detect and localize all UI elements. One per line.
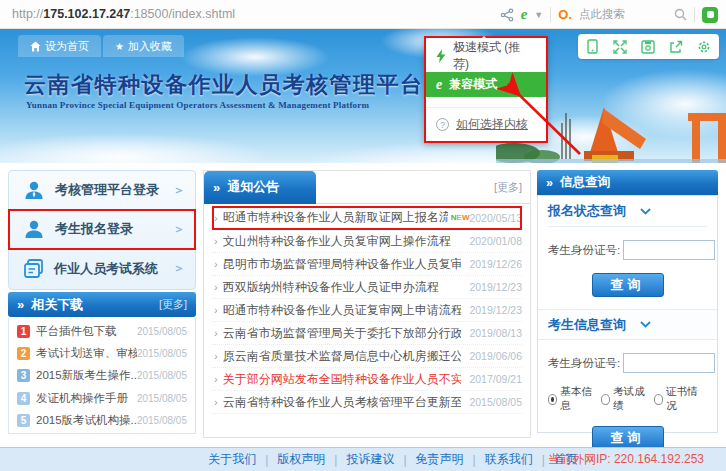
mode-dropdown-chevron-icon[interactable]: ▼: [534, 10, 543, 20]
notice-item[interactable]: › 西双版纳州特种设备作业人员证申办流程 2019/12/23: [212, 276, 522, 299]
rank-badge: 2: [17, 347, 30, 360]
notice-item-label: 昭通市特种设备作业人员证复审网上申请流程及相...: [223, 302, 461, 319]
footer-link-separator: |: [334, 453, 337, 467]
gear-icon[interactable]: [697, 40, 711, 54]
tab-notices[interactable]: » 通知公告: [204, 171, 316, 204]
download-item-label: 发证机构操作手册: [36, 391, 128, 406]
page-footer: 关于我们 | 版权声明 | 投诉建议 | 免责声明 | 联系我们 | 首页 | …: [0, 447, 726, 471]
notice-item-label: 昭通市特种设备作业人员新取证网上报名流程: [223, 209, 448, 226]
rank-badge: 3: [17, 369, 30, 382]
downloads-list: 1 平台插件包下载 2015/08/05 2 考试计划送审、审核 ... 201…: [8, 318, 196, 434]
download-item[interactable]: 5 2015版考试机构操... 2015/08/05: [17, 410, 187, 432]
bullet-icon: ›: [214, 373, 218, 385]
notice-item[interactable]: › 关于部分网站发布全国特种设备作业人员不实信息... 2017/09/21: [212, 368, 522, 391]
downloads-more-link[interactable]: [更多]: [159, 297, 187, 312]
menu-item-compat-mode[interactable]: e 兼容模式: [426, 72, 546, 97]
notice-item[interactable]: › 昆明市市场监督管理局特种设备作业人员复审流程... 2019/12/26: [212, 253, 522, 276]
toolbar-search-input[interactable]: 点此搜索: [579, 7, 667, 22]
download-item[interactable]: 4 发证机构操作手册 2015/08/05: [17, 387, 187, 409]
registration-status-section-header[interactable]: 报名状态查询: [548, 196, 707, 227]
mobile-icon[interactable]: [586, 39, 599, 54]
candidate-info-section-header[interactable]: 考生信息查询: [538, 309, 717, 340]
sidebar-item-operator-exam-system[interactable]: 作业人员考试系统 ＞: [9, 249, 195, 288]
menu-notch: [478, 30, 490, 42]
notice-item-date: 2019/06/06: [469, 350, 522, 362]
bullet-icon: ›: [214, 235, 218, 247]
notice-item-label: 文山州特种设备作业人员复审网上操作流程: [223, 233, 451, 250]
notice-item-label: 昆明市市场监督管理局特种设备作业人员复审流程...: [223, 256, 461, 273]
browser-mode-menu: 极速模式 (推荐) e 兼容模式 ? 如何选择内核: [424, 36, 548, 143]
url-prefix: http://: [12, 7, 43, 21]
download-item[interactable]: 2 考试计划送审、审核 ... 2015/08/05: [17, 342, 187, 364]
footer-link[interactable]: 关于我们: [208, 451, 256, 468]
browser-page-tools: [578, 34, 719, 59]
notice-item-date: 2019/12/23: [469, 281, 522, 293]
notice-item[interactable]: › 云南省市场监督管理局关于委托下放部分行政许可... 2019/08/13: [212, 322, 522, 345]
share-icon[interactable]: [500, 8, 514, 22]
set-home-button[interactable]: 设为首页: [18, 35, 101, 57]
browser-logo-icon[interactable]: [702, 7, 718, 23]
ie-mode-icon[interactable]: e: [521, 7, 528, 22]
notice-item-date: 2019/12/23: [469, 304, 522, 316]
footer-link[interactable]: 投诉建议: [346, 451, 394, 468]
sidebar-item-assessment-platform-login[interactable]: 考核管理平台登录 ＞: [9, 171, 195, 210]
download-item-date: 2015/08/05: [137, 393, 187, 404]
home-icon: [30, 41, 41, 52]
login-menu: 考核管理平台登录 ＞ 考生报名登录 ＞ 作业人员考试系统 ＞: [8, 170, 196, 290]
chevron-right-icon: ＞: [173, 221, 185, 238]
toolbar-divider: [694, 7, 695, 22]
sidebar-item-candidate-registration-login[interactable]: 考生报名登录 ＞: [9, 210, 195, 249]
radio-option[interactable]: 考试成绩: [601, 385, 647, 413]
id-label: 考生身份证号:: [548, 243, 620, 258]
chevron-down-icon: [640, 321, 651, 328]
candidate-id-input[interactable]: [623, 353, 715, 373]
set-home-label: 设为首页: [45, 39, 89, 54]
downloads-header: » 相关下载 [更多]: [8, 292, 196, 317]
site-subtitle: Yunnan Province Special Equipment Operat…: [26, 100, 369, 110]
notice-item[interactable]: › 昭通市特种设备作业人员新取证网上报名流程 NEW 2020/05/13: [212, 206, 522, 230]
download-item-date: 2015/08/05: [137, 348, 187, 359]
radio-icon: [654, 394, 663, 405]
notices-more-link[interactable]: [更多]: [494, 180, 522, 195]
query-panel: 报名状态查询 考生身份证号: 查询 考生信息查询 考生身份证号: 基本信息 考试…: [537, 195, 718, 433]
menu-item-label: 如何选择内核: [456, 116, 528, 133]
download-item-date: 2015/08/05: [137, 415, 187, 426]
external-ip-text: 当前外网IP: 220.164.192.253: [548, 451, 704, 468]
search-icon[interactable]: [674, 8, 687, 21]
save-icon[interactable]: [641, 40, 655, 54]
share-page-icon[interactable]: [669, 40, 683, 54]
download-item[interactable]: 3 2015新版考生操作... 2015/08/05: [17, 365, 187, 387]
footer-links: 关于我们 | 版权声明 | 投诉建议 | 免责声明 | 联系我们 | 首页 |: [208, 451, 578, 468]
query-header: » 信息查询: [537, 170, 718, 195]
radio-option[interactable]: 证书情况: [654, 385, 700, 413]
info-type-radio-group: 基本信息 考试成绩 证书情况: [548, 385, 707, 413]
query-title: 信息查询: [560, 174, 610, 191]
address-bar[interactable]: http://175.102.17.247:18500/index.shtml: [12, 7, 235, 21]
menu-item-kernel-help[interactable]: ? 如何选择内核: [426, 107, 546, 133]
notice-item-label: 云南省特种设备作业人员考核管理平台更新至20...: [223, 394, 461, 411]
banner-quick-links: 设为首页 ★ 加入收藏: [18, 35, 186, 57]
radio-option[interactable]: 基本信息: [548, 385, 594, 413]
download-item[interactable]: 1 平台插件包下载 2015/08/05: [17, 320, 187, 342]
add-favorite-button[interactable]: ★ 加入收藏: [103, 35, 184, 57]
notice-item[interactable]: › 昭通市特种设备作业人员证复审网上申请流程及相... 2019/12/23: [212, 299, 522, 322]
id-field-row: 考生身份证号:: [548, 353, 707, 373]
candidate-id-input[interactable]: [623, 240, 715, 260]
menu-item-speed-mode[interactable]: 极速模式 (推荐): [426, 43, 546, 68]
exam-card-icon: [23, 258, 44, 279]
fullscreen-icon[interactable]: [613, 40, 627, 54]
id-label: 考生身份证号:: [548, 356, 620, 371]
section-title: 考生信息查询: [548, 316, 626, 334]
id-field-row: 考生身份证号:: [548, 240, 707, 260]
bullet-icon: ›: [214, 304, 218, 316]
notice-item[interactable]: › 云南省特种设备作业人员考核管理平台更新至20... 2015/08/05: [212, 391, 522, 414]
footer-link[interactable]: 联系我们: [485, 451, 533, 468]
footer-link[interactable]: 版权声明: [277, 451, 325, 468]
footer-link[interactable]: 免责声明: [416, 451, 464, 468]
notice-item-date: 2017/09/21: [469, 373, 522, 385]
notice-item[interactable]: › 文山州特种设备作业人员复审网上操作流程 2020/01/08: [212, 230, 522, 253]
query-button[interactable]: 查询: [592, 273, 664, 297]
lightning-icon: [436, 49, 446, 63]
notice-item[interactable]: › 原云南省质量技术监督局信息中心机房搬迁公告 2019/06/06: [212, 345, 522, 368]
radio-label: 证书情况: [666, 385, 700, 413]
